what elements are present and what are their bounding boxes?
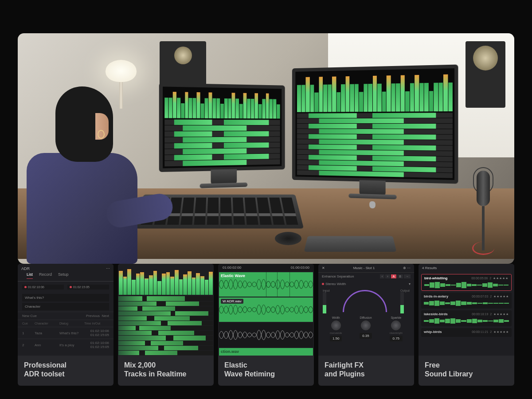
fx-output-label: Output [400,289,410,292]
lib-sound-item[interactable]: whip-birds 00:00:11:21 2 ★★★★★ [421,328,512,337]
fx-enable-dot-icon[interactable] [322,283,324,285]
card-label: Elastic Wave Retiming [218,356,314,386]
card-label: Professional ADR toolset [18,356,113,386]
fx-knob-width[interactable]: Width monowide 1.50 [330,316,342,341]
lib-waveform [424,317,509,325]
elastic-wave-clip[interactable]: Elastic Wave [219,272,313,297]
daw-track-lanes [164,119,280,166]
knob-icon[interactable] [391,321,401,330]
daw-mixer-meters [297,70,453,112]
lib-waveform [424,300,509,307]
hero-studio-scene [18,33,514,264]
keyboard [304,236,397,252]
fx-compare-b[interactable]: B [397,274,403,278]
adr-panel-title: ADR [21,266,30,271]
rating-stars-icon[interactable]: ★★★★★ [493,277,509,280]
fx-output-meter [400,292,404,313]
lib-waveform [424,282,509,289]
timecode-label: 01:00:03:00 [291,266,309,270]
record-dot-icon [70,286,72,288]
lib-result-count: 4 Results [419,264,514,272]
jog-wheel [275,232,301,245]
fx-preset-name[interactable]: Enhance Separation [322,274,354,278]
fx-section-title: Stereo Width [325,282,346,286]
daw-track-lanes [297,113,453,178]
record-dot-icon [24,286,27,288]
card-sound-library[interactable]: 4 Results bird-whistling 00:00:05:06 2 ★… [419,264,514,386]
chevron-down-icon[interactable]: ▾ [409,282,411,286]
fx-knob-sparkle[interactable]: Sparkle cleanbright 0.75 [390,316,403,341]
fx-arrow-icon[interactable]: → [404,274,411,278]
card-label: Fairlight FX and Plugins [318,356,414,386]
fx-nav-next-icon[interactable]: › [385,274,390,278]
adr-new-cue-button[interactable]: New Cue [22,314,37,318]
mix-track-clips [118,296,214,356]
lib-sound-item[interactable]: lakeside-birds 00:00:18:19 2 ★★★★★ [421,310,512,326]
lib-sound-item[interactable]: bird-whistling 00:00:05:06 2 ★★★★★ [421,274,512,291]
adr-table-header: Cue Character Dialog Time In/Out [18,320,113,327]
adr-cue-row[interactable]: 2 Ann It's a ploy 01:02:10:0601:02:15:05 [18,339,113,351]
adr-tab-list[interactable]: List [27,272,33,279]
adr-prev-button[interactable]: Previous [86,314,100,318]
knob-icon[interactable] [331,321,341,330]
monitor-right [292,65,458,184]
adr-wave-clip[interactable]: W ADR.wav [219,297,313,322]
card-label: Mix 2,000 Tracks in Realtime [118,356,214,386]
monitor-left [159,83,285,172]
adr-tab-record[interactable]: Record [39,272,52,279]
fx-input-label: Input [323,289,330,292]
studio-speaker-right [466,41,505,108]
daw-mixer-meters [164,89,280,119]
fx-input-meter [323,292,326,313]
rating-stars-icon[interactable]: ★★★★★ [493,330,509,333]
fx-compare-a[interactable]: A [391,274,397,278]
card-label: Free Sound Library [419,356,514,386]
rating-stars-icon[interactable]: ★★★★★ [493,295,509,298]
card-fairlight-fx[interactable]: ✕ Music - Slot 1 ⊕ ⋯ Enhance Separation … [318,264,414,386]
adr-tab-setup[interactable]: Setup [58,272,69,279]
fx-stereo-dial[interactable] [343,290,387,312]
adr-cue-row[interactable]: 1 Taza What's this? 01:02:10:0601:02:15:… [18,327,113,339]
card-adr-toolset[interactable]: ADR ⋯ List Record Setup 01:02:10:06 01:0… [18,264,113,386]
adr-dialog-field[interactable]: What's this? [22,294,109,301]
apple-logo-icon [369,201,376,208]
card-mix-realtime[interactable]: Mix 2,000 Tracks in Realtime [118,264,214,386]
microphone [472,171,494,250]
timecode-label: 01:00:02:00 [223,266,241,270]
rating-stars-icon[interactable]: ★★★★★ [493,313,509,316]
source-wave-clip[interactable] [219,323,313,347]
mix-level-meters [118,264,214,296]
adr-time-in[interactable]: 01:02:10:06 [22,285,64,289]
card-elastic-wave[interactable]: 01:00:02:00 01:00:03:00 Elastic Wave W A… [218,264,314,386]
lib-sound-item[interactable]: birds-in-aviary 00:00:07:03 2 ★★★★★ [421,293,512,309]
adr-next-button[interactable]: Next [102,314,109,318]
fx-knob-diffusion[interactable]: Diffusion 0.35 [360,316,372,341]
wav-file-icon: W [223,299,226,303]
adr-time-out[interactable]: 01:02:15:05 [67,285,109,289]
fx-slot-title: Music - Slot 1 [353,266,375,270]
adr-panel-controls-icon: ⋯ [106,266,110,271]
knob-icon[interactable] [361,321,371,330]
fx-header-controls[interactable]: ⊕ ⋯ [403,266,411,270]
fx-nav-prev-icon[interactable]: ‹ [380,274,384,278]
adr-character-field[interactable]: Character [22,303,109,310]
wave-clip-label: ction.wav [219,348,313,356]
feature-cards-row: ADR ⋯ List Record Setup 01:02:10:06 01:0… [18,264,514,386]
close-icon[interactable]: ✕ [322,266,325,270]
person-at-desk [18,73,142,264]
